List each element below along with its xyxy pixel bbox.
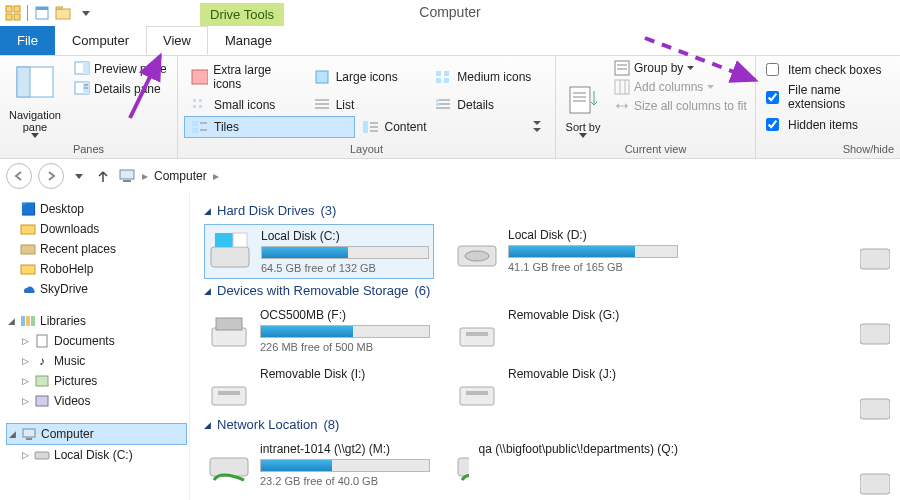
- file-name-extensions-checkbox[interactable]: File name extensions: [762, 83, 894, 111]
- svg-rect-86: [212, 387, 246, 405]
- svg-rect-35: [436, 103, 439, 106]
- svg-rect-63: [120, 170, 134, 179]
- layout-medium[interactable]: Medium icons: [427, 60, 549, 94]
- window-title: Computer: [419, 4, 480, 20]
- preview-pane-button[interactable]: Preview pane: [72, 60, 169, 78]
- qat-dropdown-icon[interactable]: [76, 3, 96, 23]
- layout-content[interactable]: Content: [355, 116, 526, 138]
- forward-button[interactable]: [38, 163, 64, 189]
- svg-marker-8: [82, 11, 90, 16]
- recent-locations-button[interactable]: [70, 167, 88, 185]
- svg-rect-94: [860, 399, 890, 419]
- tree-item-library[interactable]: ▷Videos: [20, 391, 187, 411]
- ribbon: Navigation pane Preview pane Details pan…: [0, 56, 900, 159]
- navigation-pane-button[interactable]: Navigation pane: [6, 60, 64, 138]
- section-header-removable[interactable]: ◢Devices with Removable Storage(6): [204, 283, 900, 298]
- app-icon[interactable]: [3, 3, 23, 23]
- up-button[interactable]: [94, 167, 112, 185]
- drive-name: Removable Disk (I:): [260, 367, 430, 381]
- svg-point-81: [465, 251, 489, 261]
- layout-list[interactable]: List: [306, 94, 428, 116]
- breadcrumb[interactable]: ▸ Computer ▸: [118, 168, 219, 184]
- quick-access-toolbar: [0, 3, 99, 23]
- svg-marker-60: [616, 103, 619, 109]
- sort-by-button[interactable]: Sort by: [562, 60, 604, 138]
- chevron-down-icon: [687, 66, 694, 70]
- drive-tile[interactable]: Local Disk (D:) 41.1 GB free of 165 GB: [452, 224, 682, 279]
- tree-item-favorite[interactable]: RoboHelp: [6, 259, 187, 279]
- svg-rect-5: [36, 7, 48, 10]
- tree-item-library[interactable]: ▷♪Music: [20, 351, 187, 371]
- svg-rect-18: [192, 70, 208, 84]
- svg-rect-70: [31, 316, 35, 326]
- svg-marker-7: [56, 7, 63, 9]
- size-columns-button: Size all columns to fit: [612, 98, 749, 114]
- context-tab-label: Drive Tools: [200, 3, 284, 26]
- svg-rect-27: [199, 105, 202, 108]
- tree-item-library[interactable]: ▷Pictures: [20, 371, 187, 391]
- layout-tiles[interactable]: Tiles: [184, 116, 355, 138]
- videos-icon: [34, 393, 50, 409]
- svg-rect-40: [363, 121, 368, 133]
- tree-item-favorite[interactable]: SkyDrive: [6, 279, 187, 299]
- drive-tile[interactable]: intranet-1014 (\\gt2) (M:) 23.2 GB free …: [204, 438, 434, 491]
- tab-computer[interactable]: Computer: [55, 26, 146, 55]
- properties-icon[interactable]: [32, 3, 52, 23]
- network-drive-icon: [456, 442, 469, 484]
- svg-rect-85: [466, 332, 488, 336]
- svg-marker-58: [707, 85, 714, 89]
- drive-tile[interactable]: Removable Disk (J:): [452, 363, 682, 413]
- drive-tile[interactable]: Local Disk (C:) 64.5 GB free of 132 GB: [204, 224, 434, 279]
- drive-tile[interactable]: Removable Disk (I:): [204, 363, 434, 413]
- tree-item-favorite[interactable]: Downloads: [6, 219, 187, 239]
- svg-rect-72: [36, 376, 48, 386]
- tree-item-favorite[interactable]: 🟦Desktop: [6, 199, 187, 219]
- new-folder-icon[interactable]: [54, 3, 74, 23]
- chevron-down-icon: [579, 133, 587, 138]
- content-area[interactable]: ◢Hard Disk Drives(3) Local Disk (C:) 64.…: [190, 193, 900, 500]
- layout-extra-large[interactable]: Extra large icons: [184, 60, 306, 94]
- section-header-hdd[interactable]: ◢Hard Disk Drives(3): [204, 203, 900, 218]
- storage-bar: [261, 246, 429, 259]
- svg-rect-93: [860, 324, 890, 344]
- hidden-items-checkbox[interactable]: Hidden items: [762, 115, 894, 134]
- navigation-pane-label: Navigation pane: [6, 109, 64, 133]
- svg-rect-69: [26, 316, 30, 326]
- tree-item-computer[interactable]: ◢Computer: [6, 423, 187, 445]
- drive-tile[interactable]: OCS500MB (F:) 226 MB free of 500 MB: [204, 304, 434, 357]
- item-check-boxes-checkbox[interactable]: Item check boxes: [762, 60, 894, 79]
- tab-file[interactable]: File: [0, 26, 55, 55]
- layout-small[interactable]: Small icons: [184, 94, 306, 116]
- details-pane-button[interactable]: Details pane: [72, 80, 169, 98]
- group-by-button[interactable]: Group by: [612, 60, 749, 76]
- tree-item-library[interactable]: ▷Documents: [20, 331, 187, 351]
- tree-item-drive[interactable]: ▷Local Disk (C:): [20, 445, 187, 465]
- svg-rect-36: [192, 121, 198, 126]
- svg-rect-2: [6, 14, 12, 20]
- tree-item-libraries[interactable]: ◢Libraries: [6, 311, 187, 331]
- layout-large[interactable]: Large icons: [306, 60, 428, 94]
- tab-view[interactable]: View: [146, 26, 208, 55]
- layout-more-button[interactable]: [525, 116, 549, 138]
- svg-marker-11: [31, 133, 39, 138]
- music-icon: ♪: [34, 353, 50, 369]
- drive-tile[interactable]: Removable Disk (G:): [452, 304, 682, 357]
- navigation-tree[interactable]: 🟦Desktop Downloads Recent places RoboHel…: [0, 193, 190, 500]
- back-button[interactable]: [6, 163, 32, 189]
- layout-details[interactable]: Details: [427, 94, 549, 116]
- drive-tile[interactable]: qa (\\bigfoot\public\!departments) (Q:): [452, 438, 682, 491]
- removable-drive-icon: [208, 367, 250, 409]
- layout-gallery[interactable]: Extra large icons Large icons Medium ico…: [184, 60, 549, 138]
- svg-rect-51: [615, 61, 629, 75]
- group-label: Layout: [184, 141, 549, 158]
- drive-name: OCS500MB (F:): [260, 308, 430, 322]
- section-header-network[interactable]: ◢Network Location(8): [204, 417, 900, 432]
- drive-icon: [860, 460, 890, 500]
- svg-rect-84: [460, 328, 494, 346]
- drive-icon: [34, 447, 50, 463]
- group-label: Panes: [6, 141, 171, 158]
- svg-rect-65: [21, 225, 35, 234]
- tree-item-favorite[interactable]: Recent places: [6, 239, 187, 259]
- tab-manage[interactable]: Manage: [208, 26, 289, 55]
- breadcrumb-item[interactable]: Computer: [154, 169, 207, 183]
